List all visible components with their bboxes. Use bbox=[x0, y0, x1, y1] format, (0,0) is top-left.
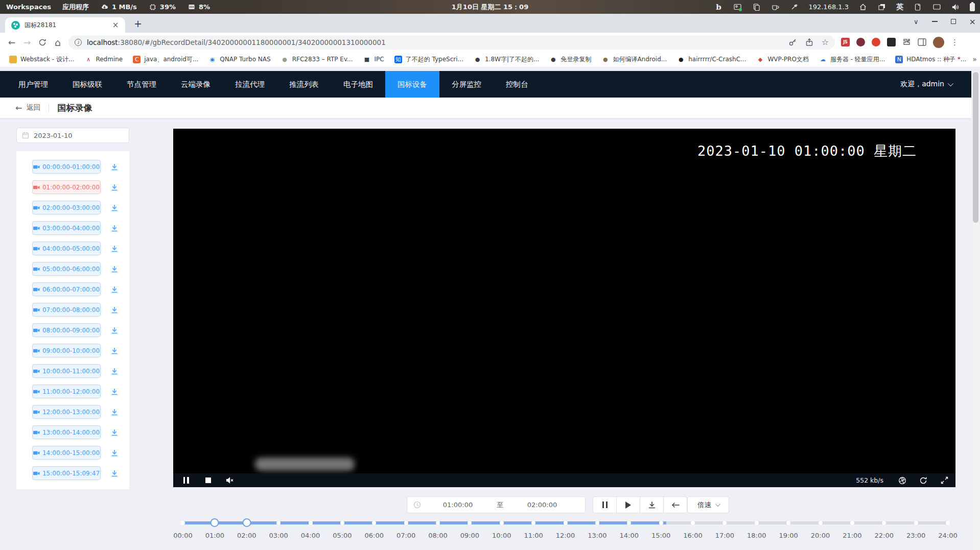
download-segment-button[interactable] bbox=[110, 183, 119, 192]
video-player[interactable]: 2023-01-10 01:00:00 星期二 552 kb/s bbox=[173, 129, 955, 487]
memory-indicator[interactable]: 8% bbox=[187, 3, 210, 12]
download-segment-button[interactable] bbox=[110, 245, 119, 253]
color-picker-tray-icon[interactable] bbox=[789, 3, 799, 12]
reload-button[interactable] bbox=[35, 35, 50, 50]
coffee-tray-icon[interactable] bbox=[771, 3, 780, 12]
window-close-button[interactable]: × bbox=[969, 17, 976, 27]
download-segment-button[interactable] bbox=[110, 408, 119, 416]
download-segment-button[interactable] bbox=[110, 428, 119, 437]
player-stop-button[interactable] bbox=[204, 476, 212, 485]
bookmark-item[interactable]: Webstack - 设计... bbox=[5, 54, 78, 65]
nav-item-6[interactable]: 拉流代理 bbox=[223, 71, 277, 98]
workspaces-button[interactable]: Workspaces bbox=[6, 3, 51, 11]
time-range-input[interactable]: 01:00:00 至 02:00:00 bbox=[407, 496, 586, 513]
nav-item-9[interactable]: 国标级联 bbox=[60, 71, 114, 98]
nav-item-10[interactable]: 用户管理 bbox=[6, 71, 60, 98]
download-segment-button[interactable] bbox=[110, 224, 119, 232]
display-tray-icon[interactable] bbox=[932, 3, 941, 12]
start-time-value[interactable]: 01:00:00 bbox=[421, 501, 495, 509]
puzzle-extensions-icon[interactable] bbox=[902, 38, 911, 46]
bookmark-item[interactable]: N HDAtmos :: 种子 *... bbox=[891, 54, 970, 65]
segment-chip[interactable]: 13:00:00-14:00:00 bbox=[32, 425, 101, 439]
timeline-handle-start[interactable] bbox=[211, 518, 219, 527]
screenshot-tray-icon[interactable] bbox=[733, 3, 742, 12]
forward-button[interactable]: → bbox=[19, 35, 35, 50]
applications-menu[interactable]: 应用程序 bbox=[62, 3, 89, 12]
speed-dropdown-button[interactable]: 倍速 bbox=[687, 496, 729, 513]
fullscreen-icon[interactable] bbox=[940, 476, 948, 485]
share-icon[interactable] bbox=[805, 38, 813, 46]
tab-close-button[interactable]: × bbox=[111, 20, 120, 30]
download-segment-button[interactable] bbox=[110, 306, 119, 314]
player-refresh-icon[interactable] bbox=[919, 476, 927, 485]
segment-chip[interactable]: 06:00:00-07:00:00 bbox=[32, 282, 101, 296]
extension-icon[interactable] bbox=[856, 38, 865, 46]
tab-search-chevron[interactable]: ∨ bbox=[914, 18, 919, 26]
segment-chip[interactable]: 03:00:00-04:00:00 bbox=[32, 221, 101, 235]
window-minimize-button[interactable] bbox=[932, 21, 938, 22]
player-pause-button[interactable] bbox=[182, 476, 190, 485]
nav-item-2[interactable]: 分屏监控 bbox=[439, 71, 494, 98]
download-segment-button[interactable] bbox=[110, 449, 119, 457]
bookmark-item[interactable]: ● hairrrrr/C-CrashC... bbox=[673, 54, 750, 65]
segment-chip[interactable]: 00:00:00-01:00:00 bbox=[32, 160, 101, 174]
side-panel-icon[interactable] bbox=[918, 38, 926, 46]
pause-button[interactable] bbox=[593, 496, 617, 513]
segment-chip[interactable]: 07:00:00-08:00:00 bbox=[32, 303, 101, 317]
play-button[interactable] bbox=[616, 496, 640, 513]
segment-chip[interactable]: 02:00:00-03:00:00 bbox=[32, 201, 101, 214]
home-tray-icon[interactable] bbox=[858, 3, 868, 12]
page-scrollbar[interactable] bbox=[971, 71, 980, 550]
address-bar[interactable]: i localhost:38080/#/gbRecordDetail/34020… bbox=[68, 35, 835, 50]
profile-avatar[interactable] bbox=[933, 37, 944, 48]
phone-tray-icon[interactable] bbox=[913, 3, 922, 12]
segment-chip[interactable]: 01:00:00-02:00:00 bbox=[32, 180, 101, 194]
date-picker-input[interactable]: 2023-01-10 bbox=[16, 128, 129, 143]
segment-chip[interactable]: 09:00:00-10:00:00 bbox=[32, 344, 101, 357]
battery-icon[interactable] bbox=[970, 3, 975, 11]
nav-item-1[interactable]: 控制台 bbox=[494, 71, 541, 98]
nav-item-4[interactable]: 电子地图 bbox=[331, 71, 385, 98]
back-link[interactable]: ← 返回 bbox=[15, 103, 40, 113]
nav-item-8[interactable]: 节点管理 bbox=[114, 71, 169, 98]
seek-back-button[interactable] bbox=[663, 496, 687, 513]
bookmark-item[interactable]: ◆ WVP-PRO文档 bbox=[752, 54, 812, 65]
browser-menu-icon[interactable]: ⋮ bbox=[951, 38, 959, 47]
bookmarks-overflow-chevron[interactable]: » bbox=[972, 55, 980, 63]
browser-tab[interactable]: 国标28181 × bbox=[5, 17, 125, 33]
segment-chip[interactable]: 08:00:00-09:00:00 bbox=[32, 323, 101, 337]
bookmark-item[interactable]: ◉ QNAP Turbo NAS bbox=[204, 54, 274, 65]
bing-tray-icon[interactable]: b bbox=[714, 3, 723, 12]
timeline-handle-end[interactable] bbox=[242, 518, 251, 527]
segment-chip[interactable]: 12:00:00-13:00:00 bbox=[32, 405, 101, 419]
user-welcome[interactable]: 欢迎，admin bbox=[900, 80, 952, 89]
adblock-extension-icon[interactable] bbox=[872, 38, 880, 46]
bookmark-item[interactable]: 知 了不起的 TypeScri... bbox=[390, 54, 468, 65]
bookmark-item[interactable]: ∧ Redmine bbox=[80, 54, 127, 65]
player-mute-icon[interactable] bbox=[226, 476, 234, 485]
network-speed-indicator[interactable]: 1 MB/s bbox=[100, 3, 137, 12]
segment-chip[interactable]: 04:00:00-05:00:00 bbox=[32, 242, 101, 255]
download-segment-button[interactable] bbox=[110, 326, 119, 334]
new-tab-button[interactable]: + bbox=[131, 17, 145, 30]
dark-extension-icon[interactable] bbox=[887, 38, 896, 46]
segment-chip[interactable]: 14:00:00-15:00:00 bbox=[32, 446, 101, 460]
ip-address[interactable]: 192.168.1.3 bbox=[808, 3, 849, 11]
download-segment-button[interactable] bbox=[110, 204, 119, 212]
bookmark-item[interactable]: ● 1.8W字|了不起的... bbox=[470, 54, 543, 65]
clipboard-tray-icon[interactable] bbox=[752, 3, 761, 12]
download-segment-button[interactable] bbox=[110, 469, 119, 477]
volume-tray-icon[interactable] bbox=[951, 3, 960, 12]
window-maximize-button[interactable] bbox=[951, 19, 956, 24]
site-info-icon[interactable]: i bbox=[75, 39, 82, 46]
snapshot-aperture-icon[interactable] bbox=[898, 476, 906, 485]
download-button[interactable] bbox=[640, 496, 664, 513]
bookmark-item[interactable]: ● 免登录复制 bbox=[545, 54, 595, 65]
download-segment-button[interactable] bbox=[110, 388, 119, 396]
bookmark-item[interactable]: ● 如何编译Android... bbox=[597, 54, 671, 65]
nav-item-3[interactable]: 国标设备 bbox=[385, 71, 439, 98]
end-time-value[interactable]: 02:00:00 bbox=[505, 501, 579, 509]
bookmark-item[interactable]: ● RFC2833 – RTP Ev... bbox=[277, 54, 357, 65]
password-key-icon[interactable] bbox=[788, 38, 797, 46]
download-segment-button[interactable] bbox=[110, 265, 119, 273]
